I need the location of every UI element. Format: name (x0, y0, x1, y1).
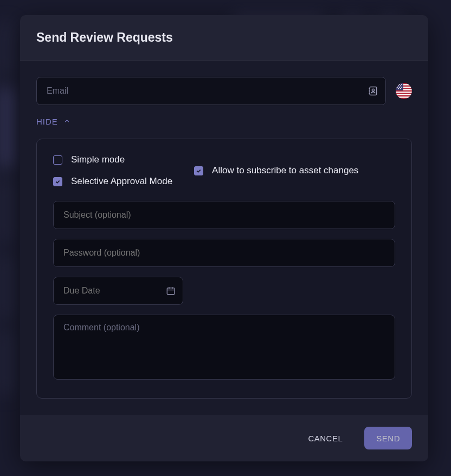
send-review-requests-modal: Send Review Requests (20, 15, 428, 461)
modal-body: HIDE Simple mode (20, 61, 428, 415)
checkbox-unchecked-icon (53, 155, 62, 165)
email-input[interactable] (36, 77, 386, 105)
hide-label: HIDE (36, 117, 58, 126)
svg-point-14 (397, 84, 398, 85)
svg-point-1 (372, 89, 374, 91)
svg-point-19 (397, 87, 398, 88)
svg-rect-11 (396, 94, 412, 95)
calendar-icon[interactable] (166, 286, 176, 296)
hide-toggle[interactable]: HIDE (36, 117, 70, 126)
due-date-input[interactable] (53, 277, 183, 305)
password-input[interactable] (53, 239, 395, 267)
svg-point-15 (399, 84, 400, 85)
modal-header: Send Review Requests (20, 15, 428, 61)
send-button[interactable]: SEND (364, 427, 412, 449)
svg-point-20 (399, 87, 400, 88)
svg-point-22 (398, 88, 399, 89)
svg-point-18 (400, 86, 401, 87)
svg-point-21 (401, 87, 402, 88)
svg-rect-12 (396, 96, 412, 97)
checkbox-label: Selective Approval Mode (71, 176, 172, 187)
checkbox-label: Allow to subscribe to asset changes (212, 165, 358, 176)
allow-subscribe-checkbox[interactable]: Allow to subscribe to asset changes (194, 165, 358, 176)
modal-title: Send Review Requests (36, 30, 412, 45)
selective-approval-checkbox[interactable]: Selective Approval Mode (53, 176, 172, 187)
svg-rect-24 (167, 288, 175, 295)
comment-textarea[interactable] (53, 315, 395, 380)
checkbox-checked-icon (53, 177, 62, 186)
svg-point-17 (398, 86, 399, 87)
subject-input[interactable] (53, 201, 395, 229)
svg-rect-13 (396, 83, 403, 90)
language-flag-button[interactable] (396, 83, 412, 99)
svg-point-16 (401, 84, 402, 85)
modal-footer: CANCEL SEND (20, 415, 428, 461)
checkbox-label: Simple mode (71, 154, 125, 165)
svg-point-23 (400, 88, 401, 89)
svg-rect-7 (396, 84, 412, 85)
svg-rect-10 (396, 92, 412, 93)
cancel-button[interactable]: CANCEL (296, 427, 355, 449)
contacts-icon[interactable] (368, 86, 378, 96)
checkbox-checked-icon (194, 166, 203, 175)
chevron-up-icon (63, 117, 70, 126)
options-panel: Simple mode Selective Approval Mode (36, 139, 412, 399)
simple-mode-checkbox[interactable]: Simple mode (53, 154, 172, 165)
